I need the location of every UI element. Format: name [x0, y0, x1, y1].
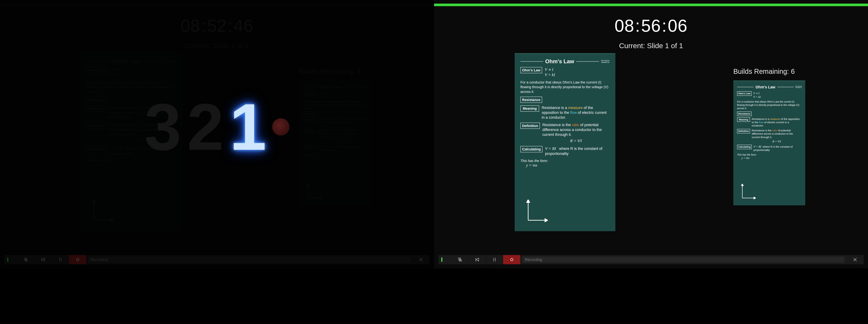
- mic-level-indicator: [438, 255, 452, 264]
- clock: 08:56:06: [434, 16, 868, 36]
- record-button[interactable]: [503, 255, 520, 264]
- progress-bar: [0, 4, 434, 6]
- recording-status-text: Recording: [91, 257, 108, 262]
- record-button[interactable]: [69, 255, 86, 264]
- brand-logo: PHYSICS SHORTS: [167, 59, 176, 64]
- slide-title: Ohm's Law: [111, 58, 140, 65]
- tag-resistance: Resistance: [521, 97, 542, 103]
- clock-hours: 08: [615, 16, 634, 35]
- previous-build-button[interactable]: [35, 255, 52, 264]
- tag-ohms-law: Ohm's Law: [86, 67, 108, 73]
- record-icon: [509, 257, 514, 262]
- pause-icon: [492, 257, 497, 262]
- clock-seconds: 06: [668, 16, 687, 35]
- recording-status-text: Recording: [525, 257, 542, 262]
- next-slide-thumbnail[interactable]: Ohm's Law PHYSICS SHORTS Ohm's Law V ∝ I…: [733, 80, 805, 205]
- svg-marker-21: [476, 258, 478, 261]
- exit-presenter-button[interactable]: [846, 255, 864, 264]
- record-dot-icon: [272, 118, 289, 136]
- microphone-slash-icon: [24, 257, 28, 262]
- pause-button[interactable]: [52, 255, 69, 264]
- playback-controls: Recording: [4, 255, 430, 264]
- clock-hours: 08: [181, 16, 200, 35]
- graph-axes-icon: [740, 184, 756, 200]
- recording-countdown: 3 2 1: [0, 89, 434, 165]
- tag-meaning: Meaning: [521, 105, 539, 112]
- svg-point-25: [510, 258, 513, 261]
- slide-status: Current: Slide 1 of 1: [434, 42, 868, 50]
- countdown-3: 3: [145, 89, 181, 165]
- pause-button[interactable]: [486, 255, 503, 264]
- tag-ohms-law: Ohm's Law: [521, 67, 542, 73]
- slide-status: Current: Slide 1 of 1: [0, 42, 434, 50]
- skip-back-icon: [475, 257, 479, 262]
- previous-build-button[interactable]: [469, 255, 486, 264]
- builds-remaining: Builds Remaining: 6: [299, 68, 361, 76]
- mic-level-indicator: [4, 255, 18, 264]
- microphone-slash-icon: [458, 257, 462, 262]
- current-slide-thumbnail[interactable]: Ohm's Law PHYSICS SHORTS Ohm's Law V ∝ I…: [515, 53, 615, 231]
- playback-controls: Recording: [438, 255, 864, 264]
- graph-axes-icon: [91, 200, 114, 223]
- clock-seconds: 46: [234, 16, 253, 35]
- close-icon: [852, 257, 858, 262]
- progress-bar: [434, 4, 868, 6]
- slide-title: Ohm's Law: [545, 58, 574, 65]
- svg-marker-7: [42, 258, 44, 261]
- tag-calculating: Calculating: [521, 146, 542, 152]
- recording-status-field[interactable]: Recording: [522, 257, 844, 263]
- mute-mic-button[interactable]: [17, 255, 34, 264]
- clock: 08:52:46: [0, 16, 434, 36]
- presenter-pane-right: 08:56:06 Current: Slide 1 of 1 Ohm's Law…: [434, 0, 868, 268]
- skip-back-icon: [41, 257, 45, 262]
- graph-axes-icon: [525, 200, 548, 223]
- countdown-2: 2: [187, 89, 224, 165]
- clock-minutes: 56: [641, 16, 661, 35]
- countdown-1: 1: [230, 89, 267, 165]
- presenter-pane-left: 08:52:46 Current: Slide 1 of 1 Ohm's Law…: [0, 0, 434, 268]
- builds-remaining: Builds Remaining: 6: [733, 68, 795, 76]
- clock-minutes: 52: [207, 16, 227, 35]
- recording-status-field[interactable]: Recording: [88, 257, 410, 263]
- exit-presenter-button[interactable]: [412, 255, 430, 264]
- graph-axes-icon: [306, 184, 322, 200]
- brand-logo: PHYSICS SHORTS: [601, 59, 610, 64]
- tag-definition: Definition: [521, 122, 540, 129]
- svg-point-11: [76, 258, 79, 261]
- pause-icon: [58, 257, 63, 262]
- record-icon: [75, 257, 80, 262]
- mute-mic-button[interactable]: [452, 255, 469, 264]
- slide-intro: For a conductor that obeys Ohm's Law the…: [521, 80, 610, 94]
- close-icon: [418, 257, 424, 262]
